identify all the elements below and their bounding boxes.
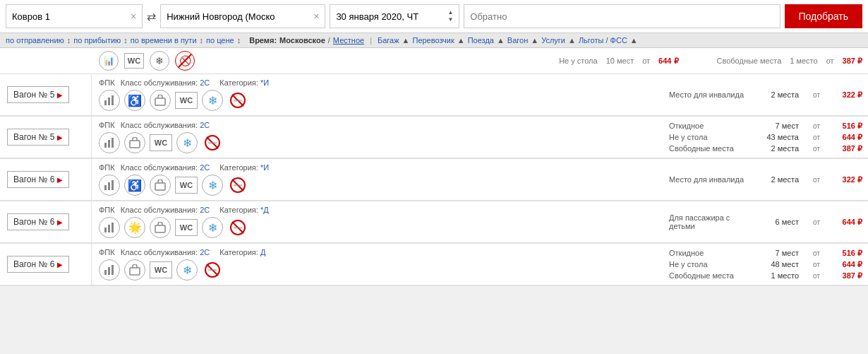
to-input-container: × xyxy=(160,4,325,28)
svg-rect-9 xyxy=(111,138,114,148)
price-row: Место для инвалида 2 места от 322 ₽ xyxy=(669,90,862,100)
car-info: ФПК Класс обслуживания: 2С Категория: *Д… xyxy=(92,201,663,242)
price-value: 322 ₽ xyxy=(820,90,862,100)
price-value: 644 ₽ xyxy=(820,218,862,227)
car-label-container: Вагон № 6▶ xyxy=(0,201,92,242)
svg-rect-6 xyxy=(234,100,242,102)
snowflake-icon: ❄ xyxy=(202,175,223,196)
from-input-container: × xyxy=(6,4,143,28)
sort-baggage[interactable]: Багаж xyxy=(378,36,399,45)
price-row: Не у стола 43 места от 644 ₽ xyxy=(669,133,862,142)
not-at-table-count: 10 мест xyxy=(606,57,634,65)
back-input-container xyxy=(464,4,780,28)
car-badge-arrow: ▶ xyxy=(57,218,63,226)
free-seats-label: Свободные места xyxy=(717,57,782,65)
swap-button[interactable]: ⇄ xyxy=(147,10,156,23)
car-badge[interactable]: Вагон № 6▶ xyxy=(7,171,69,188)
wc-icon-top: WC xyxy=(124,53,144,69)
date-arrows[interactable]: ▲ ▼ xyxy=(447,9,453,23)
to-clear-btn[interactable]: × xyxy=(313,11,319,22)
car-icons: 🌟WC❄ xyxy=(99,217,656,238)
price-count: 1 место xyxy=(757,271,799,280)
top-prices: Не у стола 10 мест от 644 ₽ Свободные ме… xyxy=(559,57,862,66)
svg-rect-7 xyxy=(104,143,107,148)
price-value: 644 ₽ xyxy=(820,260,862,269)
price-row: Не у стола 48 мест от 644 ₽ xyxy=(669,260,862,269)
price-label: Свободные места xyxy=(669,271,757,280)
svg-rect-22 xyxy=(108,225,110,232)
service-class-link[interactable]: 2С xyxy=(200,121,210,129)
car-prices: Место для инвалида 2 места от 322 ₽ xyxy=(663,159,868,200)
snowflake-icon: ❄ xyxy=(202,90,223,111)
price-value: 387 ₽ xyxy=(820,144,862,153)
sort-wagon[interactable]: Вагон xyxy=(507,36,528,45)
date-input[interactable] xyxy=(336,11,442,22)
search-button[interactable]: Подобрать xyxy=(785,4,863,28)
no-smoking-icon-top: 🚫 xyxy=(175,51,195,71)
price-from: от xyxy=(799,91,820,99)
bag-icon xyxy=(150,90,171,111)
sort-discounts[interactable]: Льготы / ФСС xyxy=(579,36,627,45)
price-from: от xyxy=(799,272,820,280)
category-label: Категория: *И xyxy=(215,78,269,87)
category-link[interactable]: Д xyxy=(260,248,265,256)
car-prices: Для пассажира с детьми 6 мест от 644 ₽ xyxy=(663,201,868,242)
category-link[interactable]: *Д xyxy=(260,206,269,214)
service-class-label: Класс обслуживания: 2С xyxy=(121,248,210,256)
sort-price-icon: ↕ xyxy=(237,36,241,45)
car-info-top: ФПК Класс обслуживания: 2С Категория: *Д xyxy=(99,206,656,214)
sort-services[interactable]: Услуги xyxy=(541,36,565,45)
sort-carrier[interactable]: Перевозчик xyxy=(412,36,454,45)
sort-wagon-icon: ▲ xyxy=(531,36,538,45)
car-badge[interactable]: Вагон № 6▶ xyxy=(7,213,69,230)
sort-by-arrival[interactable]: по прибытию xyxy=(73,36,121,45)
no-smoking-icon xyxy=(227,90,248,111)
price-from: от xyxy=(799,122,820,130)
sort-by-departure[interactable]: по отправлению xyxy=(6,36,64,45)
price-from: от xyxy=(799,218,820,226)
car-prices: Откидное 7 мест от 516 ₽ Не у стола 48 м… xyxy=(663,244,868,285)
service-class-link[interactable]: 2С xyxy=(200,78,210,87)
child-icon: 🌟 xyxy=(124,217,145,238)
category-link[interactable]: *И xyxy=(260,78,269,87)
sort-by-price[interactable]: по цене xyxy=(206,36,234,45)
car-badge[interactable]: Вагон № 5▶ xyxy=(7,129,69,146)
car-badge[interactable]: Вагон № 5▶ xyxy=(7,86,69,103)
date-input-container: ▲ ▼ xyxy=(330,4,459,28)
price-row: Откидное 7 мест от 516 ₽ xyxy=(669,122,862,131)
not-at-table-price: 644 ₽ xyxy=(658,57,678,66)
to-input[interactable] xyxy=(167,11,308,22)
top-icons: 📊 WC ❄ 🚫 xyxy=(99,51,195,71)
category-link[interactable]: *И xyxy=(260,163,269,172)
car-icons: WC❄ xyxy=(99,259,656,281)
wc-icon: WC xyxy=(175,177,198,194)
service-class-link[interactable]: 2С xyxy=(200,206,210,214)
service-class-link[interactable]: 2С xyxy=(200,163,210,172)
wc-icon: WC xyxy=(175,219,198,236)
service-class-label: Класс обслуживания: 2С xyxy=(121,121,210,129)
price-count: 48 мест xyxy=(757,260,799,269)
svg-rect-13 xyxy=(208,142,217,144)
from-input[interactable] xyxy=(12,11,125,22)
snowflake-icon-top: ❄ xyxy=(150,51,169,71)
car-info-top: ФПК Класс обслуживания: 2С Категория: *И xyxy=(99,78,656,87)
no-smoking-icon xyxy=(202,132,223,153)
sort-by-travel[interactable]: по времени в пути xyxy=(131,36,197,45)
price-row: Свободные места 1 место от 387 ₽ xyxy=(669,271,862,281)
time-local[interactable]: Местное xyxy=(333,36,364,45)
top-partial-row: 📊 WC ❄ 🚫 Не у стола 10 мест от 644 ₽ Сво… xyxy=(0,48,868,74)
date-up-arrow[interactable]: ▲ xyxy=(447,9,453,16)
car-label-text: Вагон № 6 xyxy=(13,259,54,269)
category-label: Категория: Д xyxy=(215,248,265,256)
service-class-label: Класс обслуживания: 2С xyxy=(121,163,210,172)
price-label: Откидное xyxy=(669,249,757,257)
sort-travel-icon: ↕ xyxy=(200,36,204,45)
time-moscow[interactable]: Московское xyxy=(279,36,325,45)
sort-train[interactable]: Поезда xyxy=(468,36,494,45)
from-clear-btn[interactable]: × xyxy=(131,11,136,22)
car-badge[interactable]: Вагон № 6▶ xyxy=(7,256,69,273)
sort-bar: по отправлению ↕ по прибытию ↕ по времен… xyxy=(0,33,868,48)
service-class-link[interactable]: 2С xyxy=(200,248,210,256)
date-down-arrow[interactable]: ▼ xyxy=(447,16,453,23)
back-input[interactable] xyxy=(470,11,773,22)
